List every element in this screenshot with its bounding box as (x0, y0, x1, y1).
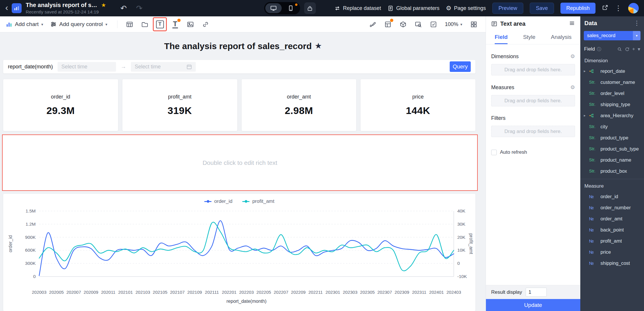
insert-table-icon[interactable] (123, 18, 136, 30)
kpi-label: order_amt (287, 94, 311, 100)
svg-text:300K: 300K (25, 261, 36, 266)
kpi-card-profit-amt[interactable]: profit_amt 319K (122, 79, 237, 131)
kpi-card-order-amt[interactable]: order_amt 2.98M (242, 79, 356, 131)
zoom-control[interactable]: 100% ▾ (445, 21, 462, 27)
more-menu-icon[interactable]: ⋮ (615, 4, 622, 12)
theme-brush-icon[interactable] (366, 18, 379, 30)
redo-icon[interactable]: ↷ (136, 4, 143, 13)
image-tool-icon[interactable] (184, 18, 196, 30)
measure-field[interactable]: №shipping_cost (580, 258, 644, 269)
result-display-input[interactable] (526, 288, 547, 297)
report-title-widget[interactable]: The analysis report of sales_record★ (0, 41, 486, 51)
expand-caret-icon[interactable]: ▸ (584, 113, 586, 118)
line-chart[interactable]: 0-10K300K0600K10K900K20K1.2M30K1.5M40K20… (3, 205, 475, 310)
gear-icon[interactable]: ⚙ (570, 84, 575, 91)
line-chart-widget[interactable]: order_idprofit_amt 0-10K300K0600K10K900K… (3, 194, 475, 311)
add-field-icon[interactable]: + (632, 46, 635, 52)
tab-field[interactable]: Field (495, 31, 508, 44)
svg-text:202111: 202111 (205, 290, 219, 295)
number-field-icon: № (589, 239, 598, 243)
page-settings-button[interactable]: ⚙ Page settings (446, 5, 486, 12)
insert-tab-icon[interactable] (139, 18, 151, 30)
field-name: product_box (600, 168, 627, 174)
save-button[interactable]: Save (530, 3, 554, 14)
legend-item-profit_amt[interactable]: profit_amt (242, 198, 274, 204)
search-fields-icon[interactable] (617, 47, 622, 52)
add-chart-button[interactable]: Add chart ▾ (6, 21, 43, 27)
dimension-field[interactable]: Str.order_level (580, 88, 644, 99)
undo-icon[interactable]: ↶ (120, 4, 127, 13)
kpi-card-price[interactable]: price 144K (361, 79, 475, 131)
text-area-widget-selected[interactable]: Double click to edit rich text (2, 134, 478, 191)
text-area-tool-icon[interactable]: T (154, 18, 166, 30)
collapse-fields-icon[interactable]: ▾ (638, 46, 640, 52)
dimension-field[interactable]: Str.product_type (580, 132, 644, 143)
info-icon[interactable]: ⓘ (597, 46, 601, 52)
tab-style[interactable]: Style (523, 31, 535, 44)
dimensions-section: Dimensions ⚙ Drag and drop fields here. (486, 44, 580, 75)
filters-drop-zone[interactable]: Drag and drop fields here. (491, 126, 575, 137)
expand-caret-icon[interactable]: ▸ (584, 69, 586, 73)
auto-refresh-checkbox[interactable] (491, 150, 497, 155)
grid-layout-icon[interactable] (468, 18, 480, 30)
dimension-field[interactable]: Str.product_sub_type (580, 143, 644, 154)
measure-field[interactable]: №order_id (580, 191, 644, 202)
gear-icon[interactable]: ⚙ (570, 53, 575, 60)
dimensions-drop-zone[interactable]: Drag and drop fields here. (491, 64, 575, 75)
save-status: Recently saved at 2025-12-24 14:19 (26, 9, 109, 15)
add-query-control-icon (50, 21, 57, 27)
measure-field[interactable]: №price (580, 246, 644, 258)
query-button[interactable]: Query (450, 61, 471, 72)
field-name: city (600, 124, 608, 129)
dimension-field[interactable]: ▸area_Hierarchy (580, 110, 644, 121)
dimension-field[interactable]: Str.city (580, 121, 644, 132)
measure-field[interactable]: №order_number (580, 202, 644, 213)
data-panel-menu-icon[interactable]: ⋮ (634, 20, 640, 27)
republish-button[interactable]: Republish (560, 3, 595, 14)
material-library-icon[interactable] (382, 18, 394, 30)
dimension-field[interactable]: Str.product_box (580, 165, 644, 177)
tab-analysis[interactable]: Analysis (551, 31, 572, 44)
string-field-icon: Str. (589, 158, 598, 162)
favorite-star-icon[interactable]: ★ (101, 2, 106, 8)
global-parameters-button[interactable]: Global parameters (387, 5, 439, 11)
start-time-input[interactable] (58, 62, 116, 72)
panel-menu-icon[interactable] (569, 20, 575, 27)
add-query-control-button[interactable]: Add query control ▾ (50, 21, 107, 27)
dataset-selector[interactable]: sales_record ▾ (584, 31, 640, 40)
replace-dataset-button[interactable]: Replace dataset (334, 5, 381, 11)
avatar[interactable] (628, 3, 639, 13)
dimension-field[interactable]: Str.customer_name (580, 77, 644, 88)
svg-text:40K: 40K (457, 208, 465, 213)
svg-text:202303: 202303 (343, 290, 357, 295)
svg-text:202209: 202209 (291, 290, 306, 295)
query-control-widget[interactable]: report_date(month) → Query (3, 60, 475, 73)
legend-item-order_id[interactable]: order_id (204, 198, 232, 204)
preview-button[interactable]: Preview (492, 3, 523, 14)
measure-field[interactable]: №profit_amt (580, 235, 644, 246)
task-check-icon[interactable] (427, 18, 439, 30)
end-time-input[interactable] (131, 62, 196, 72)
refresh-fields-icon[interactable] (625, 47, 630, 52)
svg-text:202109: 202109 (187, 290, 202, 295)
lock-icon[interactable] (304, 2, 316, 14)
update-button[interactable]: Update (486, 299, 580, 311)
preview-search-icon[interactable] (412, 18, 424, 30)
dimension-field[interactable]: ▸report_date (580, 65, 644, 77)
topbar: ‹ The analysis report of sales_re... ★ R… (0, 0, 644, 16)
measures-drop-zone[interactable]: Drag and drop fields here. (491, 95, 575, 106)
rich-text-tool-icon[interactable]: T (169, 18, 181, 30)
component-box-icon[interactable] (397, 18, 409, 30)
report-canvas[interactable]: The analysis report of sales_record★ rep… (0, 32, 486, 311)
dimension-field[interactable]: Str.product_name (580, 154, 644, 165)
share-icon[interactable] (602, 4, 608, 12)
svg-text:202309: 202309 (395, 290, 409, 295)
mobile-view-toggle[interactable] (283, 3, 299, 13)
measure-field[interactable]: №order_amt (580, 213, 644, 224)
desktop-view-toggle[interactable] (265, 3, 282, 13)
measure-field[interactable]: №back_point (580, 224, 644, 235)
dimension-field[interactable]: Str.shipping_type (580, 99, 644, 110)
kpi-card-order-id[interactable]: order_id 29.3M (3, 79, 118, 131)
link-tool-icon[interactable] (199, 18, 212, 30)
back-icon[interactable]: ‹ (5, 3, 8, 12)
